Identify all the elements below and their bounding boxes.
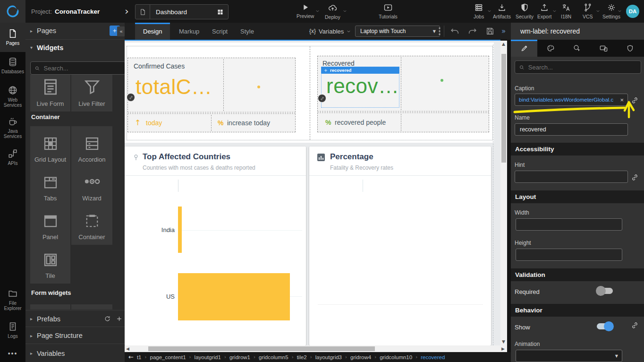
breadcrumb-back-icon[interactable]: ← xyxy=(128,353,134,361)
height-input[interactable] xyxy=(520,251,618,259)
page-structure-section-row[interactable]: ▸ Page Structure xyxy=(25,327,129,344)
tab-markup[interactable]: Markup xyxy=(171,23,207,40)
artifacts-button[interactable]: Artifacts xyxy=(493,3,511,19)
collapse-right-panel-button[interactable]: » xyxy=(501,27,506,35)
scrollbar-thumb[interactable] xyxy=(501,54,506,163)
widget-search-box[interactable] xyxy=(30,61,126,75)
add-prefab-icon[interactable] xyxy=(116,315,123,322)
required-toggle[interactable] xyxy=(597,288,613,294)
increase-today-label[interactable]: increase today xyxy=(227,119,270,127)
device-select[interactable]: Laptop with Touch ▼ xyxy=(355,26,440,37)
design-canvas[interactable]: Confirmed Cases totalC… ↑ today % increa… xyxy=(125,41,500,345)
widget-tile-panel[interactable]: Panel xyxy=(30,204,70,245)
undo-icon[interactable] xyxy=(449,26,460,36)
show-toggle[interactable] xyxy=(597,323,613,329)
user-avatar[interactable]: DA xyxy=(626,5,639,18)
confirmed-cases-tile[interactable]: Confirmed Cases totalC… xyxy=(127,58,296,112)
breadcrumb-item[interactable]: t1 xyxy=(137,354,142,360)
widget-tile-wizard[interactable]: Wizard xyxy=(71,165,112,206)
top-countries-card[interactable]: Top Affected Countries Countries with mo… xyxy=(125,147,306,345)
clear-caption-icon[interactable]: × xyxy=(617,96,624,103)
caption-bind-link-icon[interactable] xyxy=(631,96,639,104)
scroll-down-icon[interactable]: ▼ xyxy=(502,339,505,344)
page-grid-icon[interactable] xyxy=(212,5,228,19)
deploy-chevron-icon[interactable] xyxy=(343,9,347,13)
export-chevron-icon[interactable] xyxy=(552,9,557,13)
recovered-people-label[interactable]: recovered people xyxy=(335,119,386,126)
jobs-button[interactable]: Jobs xyxy=(474,3,484,19)
tab-devices[interactable] xyxy=(590,40,617,57)
refresh-prefabs-icon[interactable] xyxy=(104,315,111,322)
scrollbar-thumb[interactable] xyxy=(148,346,375,351)
percentage-card[interactable]: Percentage Fatality & Recovery rates xyxy=(309,147,491,345)
recovered-tile[interactable]: Recovered recov… recovered xyxy=(317,56,489,112)
canvas-horizontal-scrollbar[interactable]: ◀ ▶ xyxy=(125,345,507,352)
widget-tile-accordion[interactable]: Accordion xyxy=(71,126,112,167)
name-input[interactable] xyxy=(519,126,624,133)
width-input[interactable] xyxy=(520,221,618,228)
tutorials-button[interactable]: Tutorials xyxy=(379,3,398,19)
collapse-left-panel-button[interactable]: « xyxy=(117,26,125,36)
variables-section-row[interactable]: ▸ Variables xyxy=(25,344,129,362)
sidebar-item-java-services[interactable]: Java Services xyxy=(0,116,25,147)
breadc rumb-item[interactable]: gridrow4 xyxy=(350,354,371,360)
breadcrumb-item[interactable]: gridrow1 xyxy=(229,354,250,360)
show-bind-link-icon[interactable] xyxy=(631,321,639,329)
sidebar-item-databases[interactable]: Databases xyxy=(0,57,25,83)
recovered-title[interactable]: Recovered xyxy=(322,60,355,67)
animation-select[interactable]: ▼ xyxy=(516,350,622,362)
hint-input[interactable] xyxy=(519,173,624,181)
breadcrumb-item[interactable]: tile2 xyxy=(297,354,307,360)
property-search-box[interactable] xyxy=(515,60,641,74)
kebab-menu-icon[interactable] xyxy=(434,26,445,36)
variables-menu-button[interactable]: {x} Variables xyxy=(309,23,351,40)
confirmed-cases-value[interactable]: totalC… xyxy=(136,75,212,99)
deploy-button[interactable]: Deploy xyxy=(325,3,340,20)
tab-styles[interactable] xyxy=(537,40,564,57)
caption-field[interactable]: bind:Variables.wsvWordometerGlobal.c × xyxy=(515,94,628,106)
vcs-chevron-icon[interactable] xyxy=(596,9,600,13)
bar-india[interactable] xyxy=(178,207,182,253)
width-field[interactable] xyxy=(516,218,622,231)
widget-tile-tabs[interactable]: Tabs xyxy=(30,165,70,206)
breadcrumb-item[interactable]: gridcolumn10 xyxy=(380,354,412,360)
sidebar-item-pages[interactable]: Pages xyxy=(0,23,25,52)
sidebar-item-file-explorer[interactable]: File Explorer xyxy=(0,288,25,319)
hint-bind-link-icon[interactable] xyxy=(631,173,639,181)
pages-section-row[interactable]: ▸ Pages xyxy=(25,23,129,39)
sidebar-item-web-services[interactable]: Web Services xyxy=(0,85,25,115)
confirmed-cases-title[interactable]: Confirmed Cases xyxy=(134,62,185,70)
breadcrumb-item-active[interactable]: recovered xyxy=(421,354,445,360)
export-button[interactable]: Export xyxy=(537,3,551,19)
wavemaker-logo-icon[interactable] xyxy=(0,0,25,23)
bar-us[interactable] xyxy=(178,273,290,320)
widget-tile-live-filter[interactable]: Live Filter xyxy=(71,75,112,112)
widget-tile-container[interactable]: Container xyxy=(71,204,112,245)
widget-tile-grid-layout[interactable]: Grid Layout xyxy=(30,126,70,167)
breadcrumb-item[interactable]: gridcolumn5 xyxy=(259,354,288,360)
recovered-footer[interactable]: % recovered people xyxy=(317,112,489,132)
tab-security[interactable] xyxy=(617,40,643,57)
bind-chain-badge[interactable] xyxy=(127,94,135,101)
tab-properties[interactable] xyxy=(511,40,537,57)
breadcrumb-item[interactable]: layoutgrid3 xyxy=(315,354,342,360)
redo-icon[interactable] xyxy=(467,26,478,36)
hint-field[interactable] xyxy=(515,171,628,183)
tab-script[interactable]: Script xyxy=(204,23,236,40)
security-button[interactable]: Security xyxy=(516,3,534,19)
prefabs-section-row[interactable]: ▸ Prefabs xyxy=(25,310,129,327)
breadcrumb-item[interactable]: layoutgrid1 xyxy=(195,354,221,360)
scroll-right-icon[interactable]: ▶ xyxy=(501,346,505,351)
tab-design[interactable]: Design xyxy=(135,23,170,40)
widget-tile-live-form[interactable]: Live Form xyxy=(30,75,70,112)
name-field[interactable] xyxy=(515,123,628,136)
canvas-vertical-scrollbar[interactable]: ▲ ▼ xyxy=(500,41,507,345)
confirmed-cases-footer[interactable]: ↑ today % increase today xyxy=(127,113,296,132)
tab-events[interactable] xyxy=(564,40,590,57)
page-tab-dashboard[interactable]: Dashboard xyxy=(135,4,229,19)
today-label[interactable]: today xyxy=(146,119,162,127)
more-options-icon[interactable]: ••• xyxy=(0,350,25,359)
sidebar-item-logs[interactable]: Logs xyxy=(0,321,25,346)
save-icon[interactable] xyxy=(485,26,495,36)
property-search-input[interactable] xyxy=(527,63,637,71)
